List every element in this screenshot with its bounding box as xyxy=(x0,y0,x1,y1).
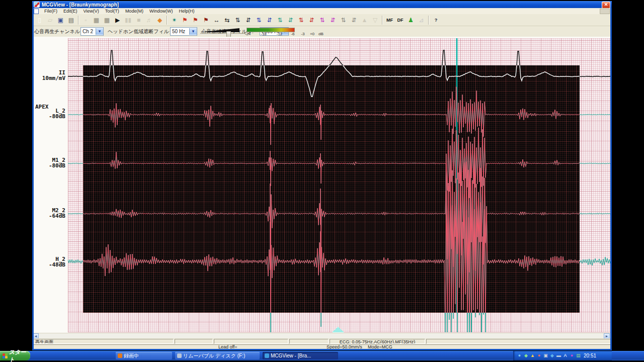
filter-icon: ▽ xyxy=(370,15,380,25)
df-mode-icon[interactable]: DF xyxy=(395,15,406,25)
mark-pair-gray-2-icon[interactable]: ⇵ xyxy=(349,15,359,25)
menu-view[interactable]: View(V) xyxy=(80,9,102,14)
marker-diamond-icon[interactable]: ◆ xyxy=(154,15,165,25)
status-panel xyxy=(175,339,213,344)
lowcut-filter-select[interactable]: 50 Hz ▼ xyxy=(170,27,197,36)
toolbar-separator xyxy=(167,16,168,25)
taskbar-task-2[interactable]: リムーバブル ディスク (F:) xyxy=(175,352,260,359)
volume-slider-track[interactable] xyxy=(200,33,246,35)
mark-pair-blue-1-icon[interactable]: ⇅ xyxy=(254,15,264,25)
close-button[interactable]: ✕ xyxy=(602,2,610,9)
title-bar[interactable]: MCGView - [Braunkymmograph] ✕ xyxy=(32,1,612,8)
system-tray: ●◆▲●▣◆▬A●▤ 20:51 xyxy=(513,351,612,360)
toolbar-separator xyxy=(382,16,383,25)
tray-ime-icon[interactable]: A xyxy=(562,351,569,360)
child-document-icon xyxy=(34,9,39,14)
flag-2-icon[interactable]: ⚑ xyxy=(190,15,201,25)
waveform-H_2-outside xyxy=(68,159,610,333)
window-title: MCGView - [Braunkymmograph] xyxy=(42,2,119,8)
tray-volume-icon[interactable]: ◆ xyxy=(523,351,529,360)
menu-file[interactable]: File(F) xyxy=(41,9,60,14)
mark-pair-black-1-icon[interactable]: ⇅ xyxy=(232,15,243,25)
export-media-2-icon[interactable]: ▦ xyxy=(102,15,112,25)
playback-channel-label: 心音再生チャンネル: xyxy=(34,28,82,35)
speaker-icon: ♬ xyxy=(144,15,154,25)
waveform-view[interactable]: II10mm/mVAPEXL_2-80dBM1_2-80dBM2_2-64dBH… xyxy=(32,37,612,333)
menu-mode[interactable]: Mode(M) xyxy=(122,9,146,14)
export-media-1-icon[interactable]: ▦ xyxy=(91,15,102,25)
ecg-filter-info: ECG: 0.05-75Hz,AC(60Hz),MF(35Hz) xyxy=(330,339,425,344)
tray-shield-icon[interactable]: ▲ xyxy=(529,351,536,360)
pause-icon: ▮▮ xyxy=(123,15,133,25)
db-tick: dB xyxy=(317,32,328,36)
start-button[interactable]: スタート xyxy=(0,351,30,360)
channel-gain-II: 10mm/mV xyxy=(32,75,65,81)
patient-icon[interactable]: ♟ xyxy=(406,15,416,25)
auto-marker-icon[interactable]: ✴ xyxy=(169,15,180,25)
toolbar-separator xyxy=(78,16,79,25)
main-toolbar: ▯▱▣▤▫▦▦▶▮▮■♬◆✴⚑⚑⚑↔⇆⇅⇵⇅⇵⇅⇵⇅⇵⇅⇵⇅⇵▲▽MFDF♟⊿? xyxy=(32,14,612,26)
menu-help[interactable]: Help(H) xyxy=(176,9,197,14)
mark-pair-red-1-icon[interactable]: ⇅ xyxy=(296,15,306,25)
save-icon[interactable]: ▣ xyxy=(55,15,66,25)
mark-pair-magenta-2-icon[interactable]: ⇵ xyxy=(328,15,338,25)
taskbar: スタート 録画中リムーバブル ディスク (F:)MCGView - [Bra..… xyxy=(0,351,644,360)
mark-pair-green-1-icon[interactable]: ⇅ xyxy=(275,15,285,25)
tray-display-icon[interactable]: ▣ xyxy=(542,351,549,360)
tray-usb-icon[interactable]: ▬ xyxy=(555,351,562,360)
waveform-M2_2-inside xyxy=(68,151,610,292)
windows-logo-icon xyxy=(3,353,8,358)
ruler-icon[interactable]: ⊿ xyxy=(416,15,427,25)
menu-tool[interactable]: Tool(T) xyxy=(102,9,122,14)
volume-wedge-icon xyxy=(200,28,239,32)
tray-network-icon[interactable]: ● xyxy=(569,351,575,360)
mark-pair-red-2-icon[interactable]: ⇵ xyxy=(306,15,317,25)
waveform-II-outside xyxy=(68,50,610,97)
taskbar-clock: 20:51 xyxy=(584,353,596,358)
mark-pair-gray-1-icon[interactable]: ⇅ xyxy=(338,15,349,25)
chevron-down-icon[interactable]: ▼ xyxy=(189,28,197,35)
toolbar-separator xyxy=(428,16,429,25)
screen: MCGView - [Braunkymmograph] ✕ File(F)Edi… xyxy=(0,0,644,362)
tray-messenger-icon[interactable]: ▤ xyxy=(575,351,582,360)
mark-pair-magenta-1-icon[interactable]: ⇅ xyxy=(317,15,328,25)
task-icon xyxy=(265,353,269,358)
waveform-H_2-inside xyxy=(68,159,610,333)
db-tick: -6 xyxy=(287,32,298,36)
tray-accessibility-icon[interactable]: ● xyxy=(516,351,523,360)
new-file-icon[interactable]: ▯ xyxy=(34,15,45,25)
position-marker[interactable] xyxy=(332,327,344,332)
window-border xyxy=(32,349,612,350)
playback-channel-select[interactable]: Ch 2 ▼ xyxy=(80,27,104,36)
waveform-M1_2-inside xyxy=(68,128,610,198)
mf-mode-icon[interactable]: MF xyxy=(384,15,395,25)
db-tick: +0 xyxy=(307,32,317,36)
menu-window[interactable]: Window(W) xyxy=(146,9,176,14)
play-icon[interactable]: ▶ xyxy=(112,15,123,25)
status-panel xyxy=(214,339,288,344)
task-icon xyxy=(118,353,122,358)
tray-update-icon[interactable]: ◆ xyxy=(549,351,555,360)
flag-1-icon[interactable]: ⚑ xyxy=(180,15,190,25)
print-icon[interactable]: ▤ xyxy=(66,15,76,25)
tray-recorder-icon[interactable]: ● xyxy=(536,351,542,360)
jump-span-2-icon[interactable]: ⇆ xyxy=(222,15,232,25)
mark-pair-blue-2-icon[interactable]: ⇵ xyxy=(264,15,275,25)
task-label: MCGView - [Bra... xyxy=(271,353,311,358)
menu-edit[interactable]: Edit(E) xyxy=(60,9,80,14)
status-panel xyxy=(426,339,611,344)
jump-span-1-icon[interactable]: ↔ xyxy=(211,15,222,25)
waveform-L_2-outside xyxy=(68,87,610,145)
chevron-down-icon[interactable]: ▼ xyxy=(96,28,103,35)
flag-3-icon[interactable]: ⚑ xyxy=(201,15,211,25)
mark-pair-green-2-icon[interactable]: ⇵ xyxy=(285,15,296,25)
menu-items: File(F)Edit(E)View(V)Tool(T)Mode(M)Windo… xyxy=(41,9,197,14)
mark-pair-black-2-icon[interactable]: ⇵ xyxy=(243,15,254,25)
child-window-controls-icon[interactable] xyxy=(600,9,610,14)
app-window: MCGView - [Braunkymmograph] ✕ File(F)Edi… xyxy=(32,1,612,350)
taskbar-task-1[interactable]: 録画中 xyxy=(116,352,172,359)
taskbar-task-3[interactable]: MCGView - [Bra... xyxy=(263,352,338,359)
context-help-icon[interactable]: ? xyxy=(431,15,441,25)
status-panel xyxy=(289,339,329,344)
db-tick: -3 xyxy=(298,32,307,36)
